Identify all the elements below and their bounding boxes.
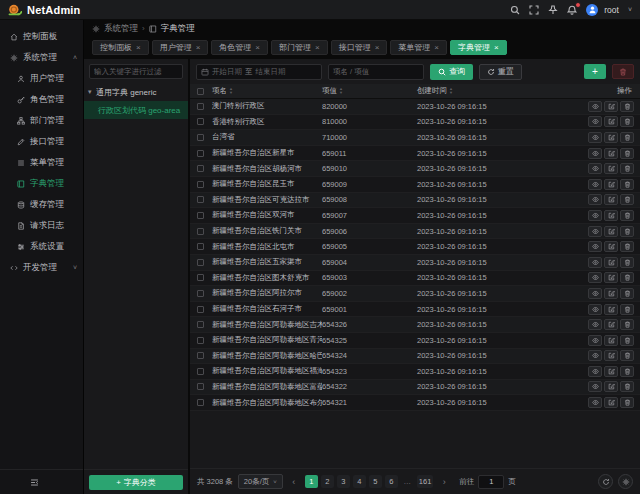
view-button[interactable] <box>588 241 602 252</box>
sidebar-item[interactable]: 菜单管理 <box>0 152 83 173</box>
sidebar-item[interactable]: 用户管理 <box>0 68 83 89</box>
view-button[interactable] <box>588 101 602 112</box>
delete-button[interactable] <box>620 226 634 237</box>
table-row[interactable]: 新疆维吾尔自治区阿拉尔市6590022023-10-26 09:16:15 <box>190 286 640 302</box>
sidebar-item[interactable]: 角色管理 <box>0 89 83 110</box>
view-button[interactable] <box>588 132 602 143</box>
fullscreen-icon[interactable] <box>529 5 539 15</box>
close-icon[interactable]: × <box>136 44 141 52</box>
keyword-input[interactable] <box>328 64 424 80</box>
table-row[interactable]: 新疆维吾尔自治区双河市6590072023-10-26 09:16:15 <box>190 208 640 224</box>
edit-button[interactable] <box>604 335 618 346</box>
table-row[interactable]: 新疆维吾尔自治区五家渠市6590042023-10-26 09:16:15 <box>190 255 640 271</box>
delete-button[interactable] <box>620 132 634 143</box>
page-button[interactable]: 3 <box>337 475 350 488</box>
delete-button[interactable] <box>620 272 634 283</box>
tab[interactable]: 接口管理× <box>331 40 388 55</box>
tree-filter-input[interactable] <box>89 64 183 79</box>
table-row[interactable]: 新疆维吾尔自治区铁门关市6590062023-10-26 09:16:15 <box>190 224 640 240</box>
edit-button[interactable] <box>604 304 618 315</box>
close-icon[interactable]: × <box>315 44 320 52</box>
tab[interactable]: 菜单管理× <box>390 40 447 55</box>
edit-button[interactable] <box>604 319 618 330</box>
row-checkbox[interactable] <box>197 352 204 359</box>
edit-button[interactable] <box>604 257 618 268</box>
username[interactable]: root <box>604 5 619 15</box>
view-button[interactable] <box>588 163 602 174</box>
edit-button[interactable] <box>604 288 618 299</box>
delete-button[interactable] <box>620 350 634 361</box>
row-checkbox[interactable] <box>197 165 204 172</box>
delete-button[interactable] <box>620 116 634 127</box>
tree-node[interactable]: 行政区划代码 geo-area <box>84 101 188 119</box>
prev-page-button[interactable]: ‹ <box>288 477 300 487</box>
delete-button[interactable] <box>620 381 634 392</box>
goto-page-input[interactable] <box>478 475 504 489</box>
view-button[interactable] <box>588 288 602 299</box>
avatar[interactable] <box>586 4 598 16</box>
row-checkbox[interactable] <box>197 306 204 313</box>
table-row[interactable]: 澳门特别行政区8200002023-10-26 09:16:15 <box>190 99 640 115</box>
tab[interactable]: 部门管理× <box>271 40 328 55</box>
table-row[interactable]: 新疆维吾尔自治区阿勒泰地区福海县6543232023-10-26 09:16:1… <box>190 364 640 380</box>
row-checkbox[interactable] <box>197 196 204 203</box>
column-header-created[interactable]: 创建时间 ▲▼ <box>417 86 552 96</box>
table-row[interactable]: 新疆维吾尔自治区北屯市6590052023-10-26 09:16:15 <box>190 239 640 255</box>
tab[interactable]: 用户管理× <box>152 40 209 55</box>
sidebar-item[interactable]: 开发管理˅ <box>0 257 83 278</box>
delete-button[interactable] <box>620 288 634 299</box>
reset-button[interactable]: 重置 <box>479 64 522 80</box>
close-icon[interactable]: × <box>375 44 380 52</box>
view-button[interactable] <box>588 226 602 237</box>
delete-button[interactable] <box>620 319 634 330</box>
view-button[interactable] <box>588 116 602 127</box>
delete-button[interactable] <box>620 304 634 315</box>
row-checkbox[interactable] <box>197 259 204 266</box>
table-row[interactable]: 新疆维吾尔自治区昆玉市6590092023-10-26 09:16:15 <box>190 177 640 193</box>
row-checkbox[interactable] <box>197 181 204 188</box>
view-button[interactable] <box>588 397 602 408</box>
row-checkbox[interactable] <box>197 118 204 125</box>
row-checkbox[interactable] <box>197 399 204 406</box>
refresh-table-button[interactable] <box>598 474 613 489</box>
delete-button[interactable] <box>620 148 634 159</box>
row-checkbox[interactable] <box>197 103 204 110</box>
row-checkbox[interactable] <box>197 290 204 297</box>
row-checkbox[interactable] <box>197 150 204 157</box>
row-checkbox[interactable] <box>197 243 204 250</box>
sidebar-item[interactable]: 缓存管理 <box>0 194 83 215</box>
close-icon[interactable]: × <box>196 44 201 52</box>
breadcrumb-item[interactable]: 系统管理 <box>104 23 138 35</box>
edit-button[interactable] <box>604 272 618 283</box>
page-button[interactable]: 4 <box>353 475 366 488</box>
table-row[interactable]: 台湾省7100002023-10-26 09:16:15 <box>190 130 640 146</box>
sort-icon[interactable]: ▲▼ <box>339 87 343 95</box>
sidebar-item[interactable]: 部门管理 <box>0 110 83 131</box>
delete-button[interactable] <box>620 101 634 112</box>
page-button[interactable]: 2 <box>321 475 334 488</box>
edit-button[interactable] <box>604 116 618 127</box>
edit-button[interactable] <box>604 148 618 159</box>
date-range-picker[interactable]: 开始日期 至 结束日期 <box>196 64 322 80</box>
delete-button[interactable] <box>620 179 634 190</box>
row-checkbox[interactable] <box>197 383 204 390</box>
delete-button[interactable] <box>620 335 634 346</box>
delete-button[interactable] <box>620 210 634 221</box>
row-checkbox[interactable] <box>197 337 204 344</box>
column-header-value[interactable]: 项值 ▲▼ <box>322 86 417 96</box>
table-row[interactable]: 新疆维吾尔自治区胡杨河市6590102023-10-26 09:16:15 <box>190 161 640 177</box>
edit-button[interactable] <box>604 366 618 377</box>
edit-button[interactable] <box>604 101 618 112</box>
sidebar-item[interactable]: 系统管理˄ <box>0 47 83 68</box>
next-page-button[interactable]: › <box>438 477 450 487</box>
view-button[interactable] <box>588 257 602 268</box>
row-checkbox[interactable] <box>197 368 204 375</box>
search-button[interactable]: 查询 <box>430 64 473 80</box>
view-button[interactable] <box>588 179 602 190</box>
row-checkbox[interactable] <box>197 228 204 235</box>
delete-button[interactable] <box>620 257 634 268</box>
page-button[interactable]: 6 <box>385 475 398 488</box>
batch-delete-button[interactable] <box>612 64 634 79</box>
table-row[interactable]: 新疆维吾尔自治区阿勒泰地区布尔津县6543212023-10-26 09:16:… <box>190 395 640 411</box>
sort-icon[interactable]: ▲▼ <box>229 87 233 95</box>
